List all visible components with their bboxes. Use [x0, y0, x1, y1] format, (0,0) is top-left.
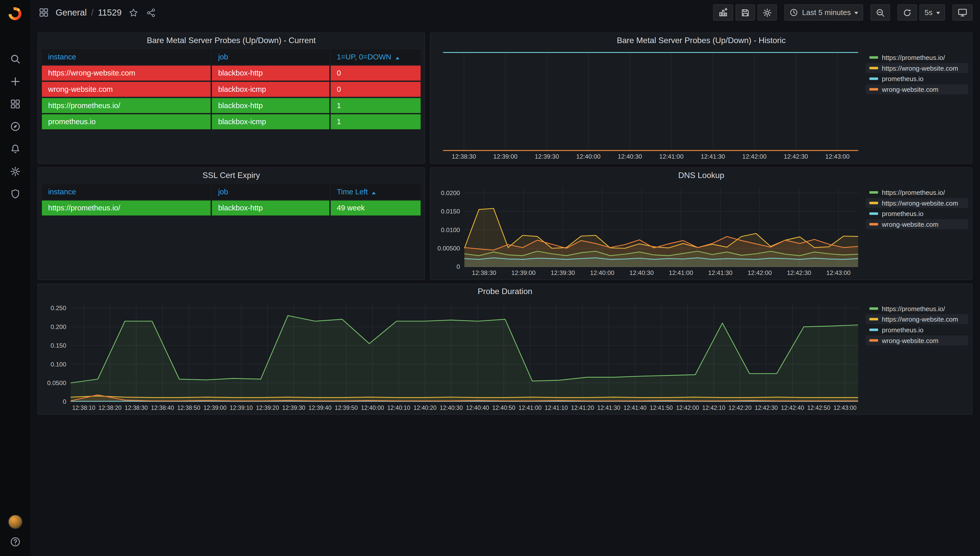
series-name: https://prometheus.io/: [882, 189, 945, 196]
cell-instance: prometheus.io: [42, 114, 211, 129]
column-header[interactable]: job: [212, 49, 329, 64]
sidebar-item-help[interactable]: [0, 533, 30, 550]
sidebar-item-search[interactable]: [0, 47, 30, 70]
legend-item[interactable]: wrong-website.com: [866, 219, 968, 229]
main-area: General / 11529: [30, 0, 980, 556]
column-header[interactable]: Time Left: [330, 184, 421, 199]
svg-text:0.250: 0.250: [50, 304, 66, 311]
svg-text:12:40:10: 12:40:10: [387, 404, 410, 411]
series-name: https://wrong-website.com: [882, 315, 958, 323]
clock-icon: [790, 8, 798, 17]
svg-text:12:42:30: 12:42:30: [755, 404, 778, 411]
svg-text:12:41:00: 12:41:00: [518, 404, 541, 411]
svg-text:0.100: 0.100: [50, 361, 66, 368]
search-icon: [10, 53, 20, 64]
refresh-interval-picker[interactable]: 5s: [920, 4, 945, 21]
svg-text:12:43:00: 12:43:00: [825, 153, 850, 160]
svg-text:0.0100: 0.0100: [441, 226, 460, 233]
svg-text:0.150: 0.150: [50, 342, 66, 349]
cell-value: 49 week: [330, 200, 421, 215]
alerting-bell-icon: [10, 143, 20, 154]
dns-lookup-chart[interactable]: 12:38:3012:39:0012:39:3012:40:0012:40:30…: [434, 184, 862, 278]
table-row: wrong-website.comblackbox-icmp0: [42, 82, 421, 97]
breadcrumb-section[interactable]: General: [56, 7, 87, 17]
help-icon: [10, 536, 20, 547]
svg-text:12:39:40: 12:39:40: [309, 404, 332, 411]
sidebar-item-create[interactable]: [0, 70, 30, 92]
svg-text:12:40:20: 12:40:20: [413, 404, 437, 411]
sidebar-item-explore[interactable]: [0, 115, 30, 137]
sidebar-item-alerting[interactable]: [0, 137, 30, 160]
legend-item[interactable]: prometheus.io: [866, 325, 968, 335]
svg-text:12:39:00: 12:39:00: [493, 153, 518, 160]
breadcrumb-dashboard-id[interactable]: 11529: [98, 7, 122, 17]
refresh-button[interactable]: [898, 4, 917, 21]
legend-item[interactable]: wrong-website.com: [866, 84, 968, 94]
series-color-swatch: [870, 212, 878, 215]
probes-current-table: instancejob1=UP, 0=DOWNhttps://wrong-web…: [38, 48, 424, 163]
save-icon: [741, 8, 750, 17]
tv-mode-button[interactable]: [952, 4, 972, 21]
panel-ssl-cert-expiry: SSL Cert Expiry instancejobTime Lefthttp…: [37, 167, 425, 280]
dashboard-settings-button[interactable]: [758, 4, 777, 21]
column-header[interactable]: instance: [42, 49, 211, 64]
column-header[interactable]: 1=UP, 0=DOWN: [330, 49, 421, 64]
share-dashboard-button[interactable]: [145, 6, 157, 19]
zoom-out-button[interactable]: [871, 4, 890, 21]
legend-item[interactable]: prometheus.io: [866, 208, 968, 218]
column-header[interactable]: job: [212, 184, 329, 199]
user-avatar[interactable]: [8, 515, 21, 528]
legend-item[interactable]: prometheus.io: [866, 74, 968, 84]
star-dashboard-button[interactable]: [127, 6, 139, 19]
legend-item[interactable]: https://prometheus.io/: [866, 53, 968, 63]
series-color-swatch: [870, 191, 878, 194]
legend-item[interactable]: https://prometheus.io/: [866, 304, 968, 314]
series-color-swatch: [870, 339, 878, 342]
legend-item[interactable]: wrong-website.com: [866, 335, 968, 345]
legend-item[interactable]: https://wrong-website.com: [866, 314, 968, 324]
breadcrumb-group: General / 11529: [37, 6, 157, 19]
panel-title[interactable]: DNS Lookup: [431, 168, 972, 183]
svg-text:12:39:10: 12:39:10: [230, 404, 253, 411]
sidebar: [0, 0, 30, 556]
cell-value: 1: [330, 98, 421, 113]
dashboards-grid-icon: [10, 99, 20, 109]
dashboard-folder-button[interactable]: [37, 6, 50, 19]
column-header[interactable]: instance: [42, 184, 211, 199]
tv-monitor-icon: [957, 7, 967, 17]
cell-instance: https://wrong-website.com: [42, 66, 211, 81]
panel-title[interactable]: Bare Metal Server Probes (Up/Down) - Cur…: [38, 33, 424, 48]
table-row: prometheus.ioblackbox-icmp1: [42, 114, 421, 129]
save-dashboard-button[interactable]: [736, 4, 755, 21]
refresh-interval-label: 5s: [925, 8, 933, 17]
time-range-picker[interactable]: Last 5 minutes: [784, 4, 863, 21]
grafana-app: General / 11529: [0, 0, 980, 556]
series-color-swatch: [870, 328, 878, 331]
grafana-logo[interactable]: [0, 0, 30, 27]
sidebar-item-configuration[interactable]: [0, 160, 30, 183]
svg-text:12:39:30: 12:39:30: [535, 153, 559, 160]
grafana-flame-icon: [7, 6, 23, 21]
series-color-swatch: [870, 318, 878, 321]
panel-title[interactable]: Bare Metal Server Probes (Up/Down) - His…: [431, 33, 972, 48]
sidebar-item-dashboards[interactable]: [0, 92, 30, 115]
series-color-swatch: [870, 67, 878, 70]
svg-text:12:41:00: 12:41:00: [659, 153, 684, 160]
legend-item[interactable]: https://prometheus.io/: [866, 187, 968, 197]
sidebar-item-server-admin[interactable]: [0, 183, 30, 205]
table-row: https://prometheus.io/blackbox-http1: [42, 98, 421, 113]
svg-text:12:42:50: 12:42:50: [807, 404, 831, 411]
legend-item[interactable]: https://wrong-website.com: [866, 198, 968, 208]
svg-text:0: 0: [457, 263, 460, 270]
probe-duration-chart[interactable]: 12:38:1012:38:2012:38:3012:38:4012:38:50…: [42, 301, 862, 413]
add-panel-button[interactable]: [713, 4, 733, 21]
svg-text:12:42:00: 12:42:00: [742, 153, 766, 160]
panel-title[interactable]: SSL Cert Expiry: [38, 168, 424, 183]
legend-item[interactable]: https://wrong-website.com: [866, 63, 968, 73]
panel-title[interactable]: Probe Duration: [38, 284, 972, 299]
svg-text:0.0150: 0.0150: [441, 208, 460, 215]
svg-text:12:42:20: 12:42:20: [728, 404, 752, 411]
svg-text:12:38:20: 12:38:20: [99, 404, 122, 411]
svg-text:12:42:00: 12:42:00: [676, 404, 699, 411]
probes-historic-chart[interactable]: 12:38:3012:39:0012:39:3012:40:0012:40:30…: [434, 49, 862, 162]
